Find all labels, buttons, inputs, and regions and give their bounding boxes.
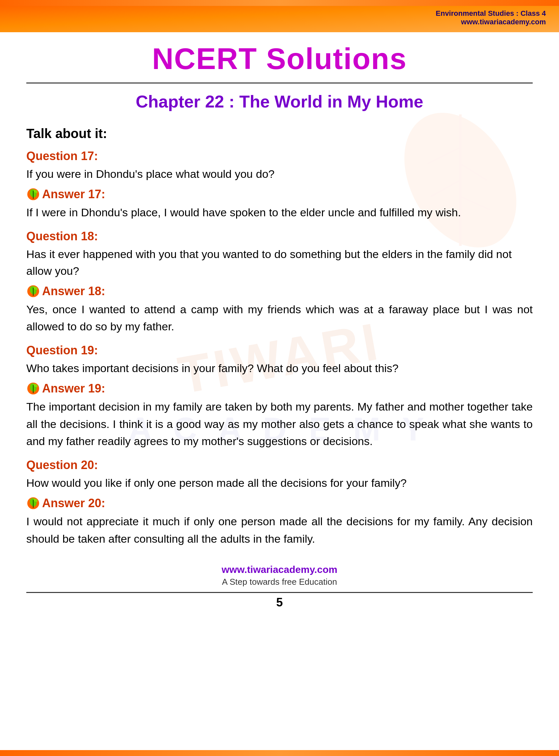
ncert-title-block: NCERT Solutions	[26, 32, 533, 79]
tiwari-icon-18	[26, 284, 40, 298]
top-right-info: Environmental Studies : Class 4 www.tiwa…	[436, 9, 546, 26]
question-17-label: Question 17:	[26, 149, 533, 163]
question-19-label: Question 19:	[26, 343, 533, 357]
answer-17-block: Answer 17: If I were in Dhondu's place, …	[26, 187, 533, 221]
top-gradient-area: Environmental Studies : Class 4 www.tiwa…	[0, 6, 559, 32]
tiwari-icon-19	[26, 382, 40, 395]
subject-label: Environmental Studies : Class 4	[436, 9, 546, 18]
answer-20-text: I would not appreciate it much if only o…	[26, 513, 533, 547]
answer-18-label: Answer 18:	[42, 284, 105, 298]
answer-18-block: Answer 18: Yes, once I wanted to attend …	[26, 284, 533, 335]
answer-19-block: Answer 19: The important decision in my …	[26, 382, 533, 450]
footer-tagline: A Step towards free Education	[26, 577, 533, 587]
question-18-label: Question 18:	[26, 229, 533, 243]
chapter-title: Chapter 22 : The World in My Home	[26, 92, 533, 111]
answer-19-header: Answer 19:	[26, 382, 533, 395]
page-title: NCERT Solutions	[26, 42, 533, 76]
answer-17-text: If I were in Dhondu's place, I would hav…	[26, 204, 533, 221]
answer-20-header: Answer 20:	[26, 496, 533, 510]
top-border	[0, 0, 559, 6]
question-20-text: How would you like if only one person ma…	[26, 475, 533, 491]
answer-20-block: Answer 20: I would not appreciate it muc…	[26, 496, 533, 547]
top-website: www.tiwariacademy.com	[436, 18, 546, 26]
section-heading: Talk about it:	[26, 126, 533, 141]
answer-17-header: Answer 17:	[26, 187, 533, 201]
answer-17-label: Answer 17:	[42, 187, 105, 201]
answer-19-text: The important decision in my family are …	[26, 398, 533, 450]
answer-20-label: Answer 20:	[42, 496, 105, 510]
title-divider	[26, 83, 533, 84]
footer-divider	[26, 592, 533, 593]
question-19-text: Who takes important decisions in your fa…	[26, 360, 533, 377]
bottom-border	[0, 750, 559, 756]
main-content: TIWARI A C A D E M Y NCERT Solutions Cha…	[0, 32, 559, 633]
answer-18-text: Yes, once I wanted to attend a camp with…	[26, 301, 533, 335]
page-number: 5	[26, 596, 533, 610]
tiwari-icon-17	[26, 187, 40, 201]
answer-18-header: Answer 18:	[26, 284, 533, 298]
footer-website: www.tiwariacademy.com	[26, 564, 533, 575]
question-17-text: If you were in Dhondu's place what would…	[26, 166, 533, 182]
question-20-label: Question 20:	[26, 458, 533, 472]
chapter-title-block: Chapter 22 : The World in My Home	[26, 87, 533, 120]
answer-19-label: Answer 19:	[42, 382, 105, 395]
footer: www.tiwariacademy.com A Step towards fre…	[26, 554, 533, 613]
tiwari-icon-20	[26, 496, 40, 510]
question-18-text: Has it ever happened with you that you w…	[26, 246, 533, 279]
